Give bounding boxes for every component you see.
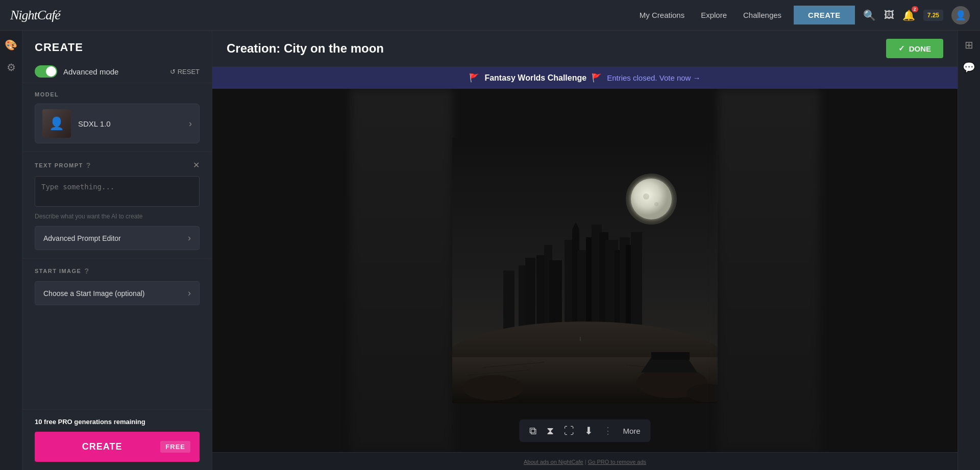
model-section: MODEL 👤 SDXL 1.0 › bbox=[22, 83, 212, 152]
nav-my-creations[interactable]: My Creations bbox=[640, 11, 684, 19]
advanced-prompt-chevron-icon: › bbox=[188, 233, 191, 243]
image-area: ⧉ ⧗ ⛶ ⬇ ⋮ More bbox=[212, 89, 958, 452]
sidebar-header: CREATE bbox=[22, 31, 212, 60]
text-prompt-help-icon[interactable]: ? bbox=[86, 161, 91, 169]
text-prompt-section: TEXT PROMPT ? ✕ Describe what you want t… bbox=[22, 152, 212, 258]
svg-rect-22 bbox=[503, 270, 514, 332]
prompt-actions: ✕ bbox=[193, 160, 200, 170]
toolbar-separator: ⋮ bbox=[603, 425, 612, 436]
create-free-button[interactable]: CREATE FREE bbox=[35, 432, 200, 462]
top-nav: NightCafé My Creations Explore Challenge… bbox=[0, 0, 980, 31]
sidebar-title: CREATE bbox=[35, 41, 200, 54]
logo: NightCafé bbox=[10, 8, 60, 23]
icon-strip: 🎨 ⚙ bbox=[0, 31, 22, 470]
svg-rect-32 bbox=[580, 337, 581, 341]
advanced-mode-row: Advanced mode ↺ RESET bbox=[22, 60, 212, 83]
palette-icon[interactable]: 🎨 bbox=[5, 39, 17, 51]
right-blur-image bbox=[718, 89, 820, 452]
challenge-name: Fantasy Worlds Challenge bbox=[484, 73, 586, 83]
nav-challenges[interactable]: Challenges bbox=[743, 11, 781, 19]
text-prompt-label: TEXT PROMPT ? bbox=[35, 161, 91, 169]
nav-icons: 🔍 🖼 🔔 2 7.25 👤 bbox=[863, 6, 970, 24]
challenge-banner: 🚩 Fantasy Worlds Challenge 🚩 Entries clo… bbox=[212, 67, 958, 89]
reset-label: RESET bbox=[178, 68, 200, 76]
model-name: SDXL 1.0 bbox=[78, 119, 182, 128]
free-generations-count: 10 bbox=[35, 418, 42, 426]
about-ads-link[interactable]: About ads on NightCafe bbox=[524, 459, 583, 465]
svg-rect-19 bbox=[549, 260, 562, 332]
search-icon[interactable]: 🔍 bbox=[863, 9, 876, 21]
free-generations-text: 10 free PRO generations remaining bbox=[35, 418, 200, 426]
model-chevron-icon: › bbox=[189, 118, 192, 129]
gallery-icon[interactable]: ⊞ bbox=[965, 39, 973, 51]
prompt-action-icon[interactable]: ✕ bbox=[193, 160, 200, 170]
start-image-section: START IMAGE ? Choose a Start Image (opti… bbox=[22, 258, 212, 313]
svg-point-29 bbox=[462, 375, 524, 401]
footer-text: About ads on NightCafe | Go PRO to remov… bbox=[524, 459, 646, 465]
model-section-label: MODEL bbox=[35, 91, 200, 97]
svg-point-3 bbox=[643, 193, 649, 200]
svg-rect-21 bbox=[525, 258, 535, 332]
free-generations-label: free PRO generations remaining bbox=[44, 418, 145, 426]
start-image-button[interactable]: Choose a Start Image (optional) › bbox=[35, 281, 200, 305]
prompt-hint: Describe what you want the AI to create bbox=[35, 213, 200, 220]
advanced-prompt-editor-button[interactable]: Advanced Prompt Editor › bbox=[35, 226, 200, 250]
challenge-vote-link[interactable]: Entries closed. Vote now → bbox=[607, 73, 700, 82]
image-toolbar: ⧉ ⧗ ⛶ ⬇ ⋮ More bbox=[519, 419, 650, 442]
start-image-help-icon[interactable]: ? bbox=[84, 267, 89, 275]
svg-point-2 bbox=[631, 179, 672, 219]
svg-rect-16 bbox=[631, 232, 642, 332]
city-on-moon-image bbox=[452, 138, 718, 403]
challenge-emoji-left: 🚩 bbox=[469, 73, 479, 83]
timer-icon[interactable]: ⧗ bbox=[547, 425, 554, 437]
toggle-knob bbox=[46, 66, 56, 77]
done-button[interactable]: ✓ DONE bbox=[886, 39, 943, 58]
challenge-emoji-right: 🚩 bbox=[592, 73, 602, 83]
free-tag: FREE bbox=[160, 441, 190, 453]
credits-badge: 7.25 bbox=[923, 10, 943, 21]
footer: About ads on NightCafe | Go PRO to remov… bbox=[212, 452, 958, 470]
advanced-mode-label: Advanced mode bbox=[63, 67, 118, 76]
nav-create-button[interactable]: CREATE bbox=[794, 6, 855, 24]
svg-point-4 bbox=[654, 202, 658, 206]
svg-rect-34 bbox=[651, 352, 690, 360]
left-blur-image bbox=[350, 89, 452, 452]
notification-badge: 2 bbox=[912, 6, 918, 12]
advanced-mode-toggle[interactable] bbox=[35, 65, 57, 78]
right-panel: ⊞ 💬 bbox=[958, 31, 980, 470]
notification-icon[interactable]: 🔔 2 bbox=[902, 9, 915, 21]
download-icon[interactable]: ⬇ bbox=[584, 425, 593, 437]
go-pro-link[interactable]: Go PRO to remove ads bbox=[588, 459, 646, 465]
main-image-container: ⧉ ⧗ ⛶ ⬇ ⋮ More bbox=[452, 89, 718, 452]
chat-icon[interactable]: 💬 bbox=[963, 61, 975, 73]
nav-links: My Creations Explore Challenges bbox=[640, 11, 781, 19]
image-icon[interactable]: 🖼 bbox=[884, 9, 894, 21]
model-card[interactable]: 👤 SDXL 1.0 › bbox=[35, 104, 200, 143]
main-layout: 🎨 ⚙ CREATE Advanced mode ↺ RESET MODEL bbox=[0, 31, 980, 470]
fullscreen-icon[interactable]: ⛶ bbox=[564, 425, 574, 437]
sidebar: CREATE Advanced mode ↺ RESET MODEL 👤 SDX… bbox=[22, 31, 212, 470]
main-content: Creation: City on the moon ✓ DONE 🚩 Fant… bbox=[212, 31, 958, 470]
reset-icon: ↺ bbox=[170, 68, 176, 76]
settings-icon[interactable]: ⚙ bbox=[7, 61, 16, 73]
copy-icon[interactable]: ⧉ bbox=[529, 425, 536, 437]
creation-title: Creation: City on the moon bbox=[227, 41, 886, 56]
model-thumbnail: 👤 bbox=[42, 109, 71, 138]
more-button[interactable]: More bbox=[623, 427, 640, 435]
start-image-chevron-icon: › bbox=[188, 288, 191, 299]
text-prompt-header: TEXT PROMPT ? ✕ bbox=[35, 160, 200, 170]
sidebar-bottom: 10 free PRO generations remaining CREATE… bbox=[22, 409, 212, 470]
creation-header: Creation: City on the moon ✓ DONE bbox=[212, 31, 958, 67]
model-thumb-image: 👤 bbox=[42, 109, 71, 138]
reset-button[interactable]: ↺ RESET bbox=[170, 68, 200, 76]
checkmark-icon: ✓ bbox=[898, 44, 905, 53]
create-button-label: CREATE bbox=[44, 441, 160, 452]
user-avatar[interactable]: 👤 bbox=[951, 6, 970, 24]
start-image-section-label: START IMAGE ? bbox=[35, 267, 200, 275]
nav-explore[interactable]: Explore bbox=[701, 11, 727, 19]
text-prompt-input[interactable] bbox=[35, 176, 200, 207]
